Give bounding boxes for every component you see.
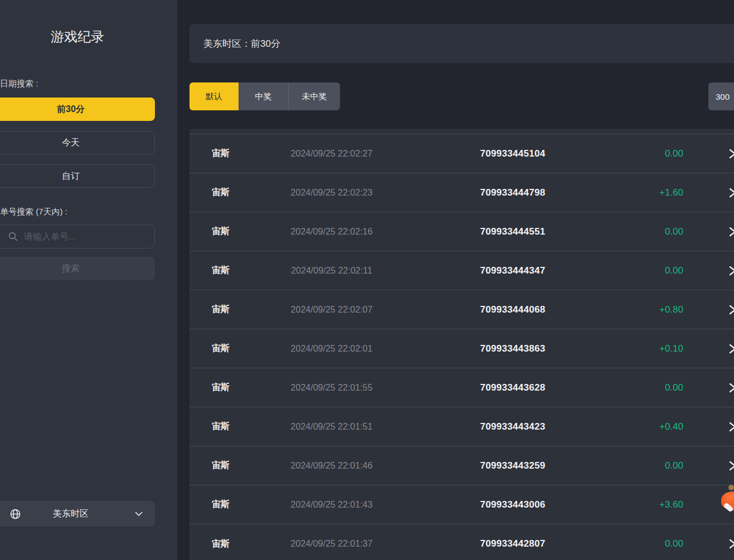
record-row[interactable]: 宙斯 2024/09/25 22:01:51 709933443423 +0.4… (189, 407, 734, 446)
chevron-right-icon[interactable] (694, 305, 734, 315)
record-game-name: 宙斯 (189, 148, 273, 159)
date-filter-last30min-button[interactable]: 前30分 (0, 98, 155, 121)
record-game-name: 宙斯 (189, 538, 273, 550)
page-size-button[interactable]: 300 (708, 82, 734, 110)
chevron-right-icon[interactable] (694, 266, 734, 276)
records-list: 宙斯 2024/09/25 22:02:27 709933445104 0.00… (189, 134, 734, 560)
chevron-right-icon[interactable] (694, 149, 734, 159)
chevron-right-icon[interactable] (694, 344, 734, 354)
record-row[interactable]: 宙斯 2024/09/25 22:01:55 709933443628 0.00 (189, 368, 734, 407)
record-game-name: 宙斯 (189, 265, 273, 276)
search-button[interactable]: 搜索 (0, 257, 155, 280)
timezone-period-text: 美东时区：前30分 (203, 37, 280, 50)
record-amount: +3.60 (635, 499, 694, 510)
result-filter-tabs: 默认 中奖 未中奖 (189, 82, 340, 110)
record-game-name: 宙斯 (189, 187, 273, 198)
record-amount: 0.00 (635, 226, 694, 237)
record-row[interactable]: 宙斯 2024/09/25 22:02:11 709933444347 0.00 (189, 251, 734, 290)
record-order-id: 709933443423 (390, 421, 635, 432)
timezone-period-header: 美东时区：前30分 (189, 24, 734, 63)
record-timestamp: 2024/09/25 22:01:37 (273, 539, 390, 549)
record-amount: 0.00 (635, 148, 694, 159)
date-search-label: 日期搜索 : (0, 79, 38, 89)
partial-row-sliver (189, 129, 734, 134)
record-order-id: 709933442807 (390, 538, 635, 549)
search-icon (8, 232, 18, 241)
chevron-right-icon[interactable] (694, 422, 734, 432)
record-timestamp: 2024/09/25 22:02:16 (273, 227, 390, 237)
record-game-name: 宙斯 (189, 226, 273, 237)
record-game-name: 宙斯 (189, 382, 273, 393)
record-timestamp: 2024/09/25 22:02:27 (273, 149, 390, 159)
record-amount: 0.00 (635, 382, 694, 393)
chevron-right-icon[interactable] (694, 188, 734, 198)
record-row[interactable]: 宙斯 2024/09/25 22:02:23 709933444798 +1.6… (189, 173, 734, 212)
timezone-dropdown[interactable]: 美东时区 (0, 501, 155, 527)
record-game-name: 宙斯 (189, 499, 273, 510)
timezone-selected-value: 美东时区 (0, 508, 155, 520)
record-order-id: 709933443628 (390, 382, 635, 393)
record-row[interactable]: 宙斯 2024/09/25 22:01:43 709933443006 +3.6… (189, 485, 734, 524)
date-filter-today-label: 今天 (62, 137, 80, 149)
order-search-box (0, 225, 155, 249)
record-order-id: 709933445104 (390, 148, 635, 159)
record-row[interactable]: 宙斯 2024/09/25 22:02:27 709933445104 0.00 (189, 134, 734, 173)
record-game-name: 宙斯 (189, 421, 273, 432)
record-order-id: 709933444347 (390, 265, 635, 276)
record-row[interactable]: 宙斯 2024/09/25 22:01:37 709933442807 0.00 (189, 524, 734, 560)
page-title: 游戏纪录 (0, 28, 155, 46)
tab-default-label: 默认 (206, 91, 222, 102)
tab-default[interactable]: 默认 (189, 82, 239, 110)
floating-promo-widget[interactable] (721, 488, 734, 514)
record-timestamp: 2024/09/25 22:02:11 (273, 266, 390, 276)
record-amount: 0.00 (635, 538, 694, 549)
record-amount: 0.00 (635, 460, 694, 471)
tab-lose[interactable]: 未中奖 (289, 82, 340, 110)
sidebar: 游戏纪录 日期搜索 : 前30分 今天 自订 单号搜索 (7天内) : 搜索 美… (0, 0, 177, 560)
order-search-label: 单号搜索 (7天内) : (0, 207, 67, 217)
record-order-id: 709933444068 (390, 304, 635, 315)
record-row[interactable]: 宙斯 2024/09/25 22:01:46 709933443259 0.00 (189, 446, 734, 485)
date-filter-last30min-label: 前30分 (57, 104, 85, 115)
record-amount: +0.40 (635, 421, 694, 432)
record-timestamp: 2024/09/25 22:02:23 (273, 188, 390, 198)
record-row[interactable]: 宙斯 2024/09/25 22:02:01 709933443863 +0.1… (189, 329, 734, 368)
record-order-id: 709933443006 (390, 499, 635, 510)
record-game-name: 宙斯 (189, 343, 273, 354)
tab-lose-label: 未中奖 (302, 91, 327, 102)
record-timestamp: 2024/09/25 22:01:46 (273, 461, 390, 471)
chevron-right-icon[interactable] (694, 461, 734, 471)
globe-icon (10, 509, 21, 519)
record-timestamp: 2024/09/25 22:02:01 (273, 344, 390, 354)
record-amount: +0.80 (635, 304, 694, 315)
record-order-id: 709933444798 (390, 187, 635, 198)
date-filter-custom-button[interactable]: 自订 (0, 164, 155, 188)
record-game-name: 宙斯 (189, 460, 273, 471)
chevron-right-icon[interactable] (694, 227, 734, 237)
record-game-name: 宙斯 (189, 304, 273, 315)
record-row[interactable]: 宙斯 2024/09/25 22:02:16 709933444551 0.00 (189, 212, 734, 251)
tab-win[interactable]: 中奖 (239, 82, 289, 110)
chevron-down-icon (135, 512, 143, 517)
date-filter-custom-label: 自订 (62, 171, 80, 182)
record-order-id: 709933443259 (390, 460, 635, 471)
promo-widget-knob (728, 485, 734, 490)
date-filter-today-button[interactable]: 今天 (0, 131, 155, 154)
record-amount: +1.60 (635, 187, 694, 198)
order-search-input[interactable] (24, 232, 135, 242)
record-timestamp: 2024/09/25 22:01:55 (273, 383, 390, 393)
tab-win-label: 中奖 (255, 91, 272, 102)
record-amount: 0.00 (635, 265, 694, 276)
record-order-id: 709933444551 (390, 226, 635, 237)
record-timestamp: 2024/09/25 22:02:07 (273, 305, 390, 315)
chevron-right-icon[interactable] (694, 383, 734, 393)
record-timestamp: 2024/09/25 22:01:51 (273, 422, 390, 432)
chevron-right-icon[interactable] (694, 539, 734, 549)
record-timestamp: 2024/09/25 22:01:43 (273, 500, 390, 510)
record-row[interactable]: 宙斯 2024/09/25 22:02:07 709933444068 +0.8… (189, 290, 734, 329)
record-order-id: 709933443863 (390, 343, 635, 354)
records-table: 宙斯 2024/09/25 22:02:27 709933445104 0.00… (189, 129, 734, 560)
record-amount: +0.10 (635, 343, 694, 354)
